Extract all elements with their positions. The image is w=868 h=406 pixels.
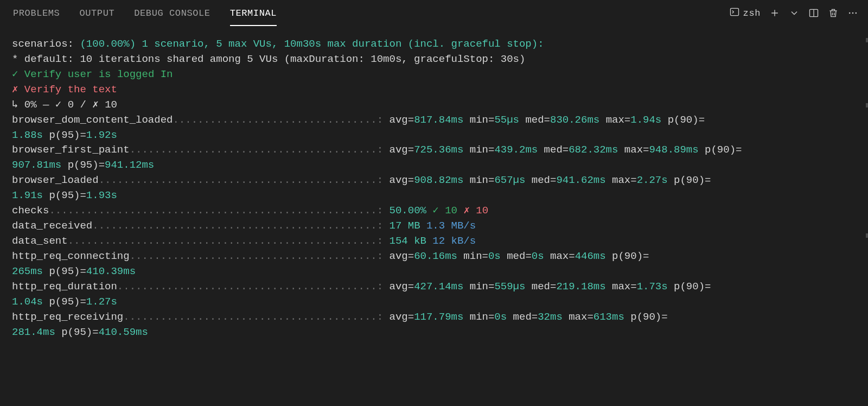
terminal-text: med= — [525, 114, 550, 126]
terminal-text: p(90)= — [668, 114, 705, 126]
terminal-text: avg= — [390, 311, 414, 323]
more-actions-button[interactable] — [847, 8, 858, 18]
terminal-text: ........................................… — [92, 220, 389, 232]
terminal-line: 1.88s p(95)=1.92s — [12, 128, 856, 143]
terminal-line: http_req_connecting.....................… — [12, 249, 856, 264]
terminal-text: med= — [507, 250, 532, 262]
terminal-text: max= — [624, 144, 649, 156]
tab-debug-console[interactable]: DEBUG CONSOLE — [134, 6, 210, 21]
terminal-text: ........................................… — [130, 144, 390, 156]
terminal-text: p(90)= — [630, 311, 667, 323]
terminal-text: min= — [470, 281, 495, 293]
terminal-text: med= — [532, 174, 557, 186]
terminal-text: avg= — [390, 250, 414, 262]
terminal-text: min= — [463, 250, 488, 262]
terminal-text: browser_loaded — [12, 174, 99, 186]
split-terminal-button[interactable] — [808, 8, 819, 18]
scrollbar-thumb[interactable] — [866, 38, 868, 42]
terminal-text: p(95)= — [68, 159, 105, 171]
terminal-text: ........................................… — [99, 174, 390, 186]
terminal-text: max= — [612, 281, 637, 293]
terminal-line: 265ms p(95)=410.39ms — [12, 264, 856, 280]
terminal-text: 941.12ms — [105, 159, 154, 171]
terminal-text: 117.79ms — [414, 311, 470, 323]
new-terminal-button[interactable] — [769, 8, 780, 18]
terminal-text: 439.2ms — [494, 144, 544, 156]
terminal-text: p(95)= — [49, 129, 86, 141]
terminal-text: p(90)= — [674, 281, 711, 293]
terminal-text: 219.18ms — [556, 281, 612, 293]
tab-problems[interactable]: PROBLEMS — [13, 6, 60, 21]
terminal-text: — ✓ — [37, 99, 68, 111]
terminal-text: ↳ — [12, 99, 24, 111]
terminal-text: 1.04s — [12, 296, 49, 308]
new-terminal-dropdown[interactable] — [789, 8, 800, 18]
terminal-text: 1.94s — [630, 114, 667, 126]
terminal-text: p(95)= — [49, 265, 86, 277]
terminal-text: 725.36ms — [414, 144, 470, 156]
terminal-text: 446ms — [575, 250, 612, 262]
terminal-text: 0% — [24, 99, 37, 111]
terminal-text: p(90)= — [612, 250, 649, 262]
terminal-line: ↳ 0% — ✓ 0 / ✗ 10 — [12, 98, 856, 113]
terminal-text: 613ms — [593, 311, 630, 323]
terminal-line: 1.04s p(95)=1.27s — [12, 295, 856, 310]
terminal-text: 154 kB — [390, 235, 433, 247]
panel-tabbar: PROBLEMS OUTPUT DEBUG CONSOLE TERMINAL z… — [0, 0, 868, 26]
terminal-text: max= — [550, 250, 575, 262]
terminal-text: min= — [470, 144, 495, 156]
terminal-text: ✗ — [12, 84, 18, 96]
terminal-text: p(95)= — [49, 189, 86, 201]
terminal-text: browser_first_paint — [12, 144, 130, 156]
terminal-text: ........................................… — [68, 235, 390, 247]
terminal-output[interactable]: scenarios: (100.00%) 1 scenario, 5 max V… — [0, 26, 868, 345]
terminal-text: 0s — [532, 250, 550, 262]
scrollbar-thumb[interactable] — [866, 103, 868, 107]
tab-terminal[interactable]: TERMINAL — [230, 6, 277, 21]
terminal-text: 410.59ms — [99, 326, 148, 338]
terminal-text: Verify user is logged In — [18, 68, 173, 80]
shell-selector[interactable]: zsh — [729, 7, 761, 20]
terminal-text: 817.84ms — [414, 114, 470, 126]
tab-output[interactable]: OUTPUT — [79, 6, 114, 21]
terminal-text: 948.89ms — [649, 144, 705, 156]
terminal-text: browser_dom_content_loaded — [12, 114, 173, 126]
terminal-text: ........................................… — [49, 205, 389, 217]
terminal-text: min= — [470, 311, 495, 323]
terminal-text: 657µs — [494, 174, 531, 186]
terminal-text: avg= — [390, 281, 414, 293]
terminal-text: Verify the text — [18, 84, 117, 96]
terminal-text: 12 kB/s — [432, 235, 476, 247]
terminal-line: http_req_receiving......................… — [12, 310, 856, 325]
terminal-text: 10 — [445, 205, 463, 217]
terminal-text: 0s — [488, 250, 507, 262]
scrollbar-thumb[interactable] — [866, 233, 868, 238]
terminal-text: 1.88s — [12, 129, 49, 141]
terminal-text: data_sent — [12, 235, 68, 247]
svg-point-2 — [849, 12, 851, 14]
terminal-text: max= — [606, 114, 631, 126]
terminal-text: 50.00% — [390, 205, 433, 217]
terminal-text: 907.81ms — [12, 159, 68, 171]
terminal-line: scenarios: (100.00%) 1 scenario, 5 max V… — [12, 37, 856, 52]
terminal-text: p(90)= — [674, 174, 711, 186]
terminal-text: ✗ — [463, 205, 476, 217]
terminal-icon — [729, 7, 740, 20]
terminal-text: 32ms — [538, 311, 569, 323]
terminal-text: max= — [612, 174, 637, 186]
terminal-line: http_req_duration.......................… — [12, 280, 856, 295]
terminal-line: 907.81ms p(95)=941.12ms — [12, 158, 856, 173]
terminal-text: data_received — [12, 220, 92, 232]
terminal-line: data_received...........................… — [12, 219, 856, 234]
terminal-text: 1.93s — [86, 189, 117, 201]
terminal-text: .................................: — [173, 114, 389, 126]
terminal-text: med= — [544, 144, 569, 156]
kill-terminal-button[interactable] — [828, 8, 839, 18]
terminal-text: 682.32ms — [569, 144, 624, 156]
terminal-line: data_sent...............................… — [12, 234, 856, 249]
terminal-text: (100.00%) — [80, 38, 136, 50]
terminal-text: avg= — [390, 174, 414, 186]
terminal-line: browser_loaded..........................… — [12, 173, 856, 188]
terminal-toolbar: zsh — [729, 7, 858, 20]
terminal-text: 281.4ms — [12, 326, 61, 338]
